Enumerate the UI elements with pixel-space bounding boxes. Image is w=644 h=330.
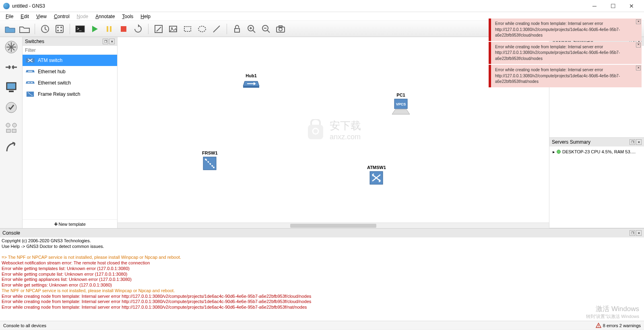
open-project-button[interactable] [19,23,31,35]
device-category-bar [0,37,23,228]
status-right[interactable]: 8 errors 2 warnings [596,323,641,328]
switches-panel-header: Switches ❐ ✕ [23,37,117,46]
node-atmsw1[interactable]: ATMSW1 [367,165,386,185]
svg-point-4 [57,30,59,31]
topology-canvas[interactable]: 安下载anxz.com Hub1 PC1 VPCS FRSW1 ATMSW1 [118,37,549,228]
recent-button[interactable] [39,23,51,35]
panel-undock-icon[interactable]: ❐ [103,39,108,44]
reload-button[interactable] [132,23,144,35]
svg-point-45 [213,167,215,168]
annotate-ellipse-button[interactable] [196,23,208,35]
svg-rect-1 [56,25,63,33]
svg-rect-36 [12,129,16,132]
annotate-image-button[interactable] [167,23,179,35]
all-devices-category-button[interactable] [3,119,20,136]
maximize-button[interactable]: ☐ [604,0,622,12]
svg-rect-14 [184,27,191,31]
warning-icon [596,323,601,328]
statusbar: Console to all devices 8 errors 2 warnin… [0,321,644,330]
annotate-rect-button[interactable] [182,23,194,35]
stop-button[interactable] [118,23,130,35]
security-devices-category-button[interactable] [3,99,20,116]
error-toasts: Error while creating node from template:… [489,19,642,87]
svg-point-40 [313,128,318,134]
menu-help[interactable]: Help [137,13,154,20]
status-bullet-icon [557,150,561,154]
toast-close-icon[interactable]: ✕ [636,19,641,24]
toast-close-icon[interactable]: ✕ [636,66,641,70]
frame-relay-icon [26,91,35,97]
svg-rect-17 [235,29,239,32]
close-button[interactable]: ✕ [622,0,641,12]
console-output[interactable]: Copyright (c) 2006-2020 GNS3 Technologie… [0,237,644,321]
svg-point-3 [60,27,62,28]
switches-list: ATM switch Ethernet hub Ethernet switch … [23,55,117,219]
panel-close-icon[interactable]: ✕ [636,139,642,145]
error-toast: Error while creating node from template:… [489,42,642,64]
switch-item-ethernet[interactable]: Ethernet switch [23,77,117,89]
panel-close-icon[interactable]: ✕ [109,39,115,44]
switch-item-framerelay[interactable]: Frame Relay switch [23,89,117,100]
panel-undock-icon[interactable]: ❐ [630,139,635,145]
switch-item-hub[interactable]: Ethernet hub [23,66,117,77]
menu-edit[interactable]: Edit [17,13,32,20]
ethernet-switch-icon [26,80,35,86]
pause-button[interactable] [103,23,115,35]
node-frsw1[interactable]: FRSW1 [202,151,218,171]
add-link-button[interactable] [3,139,20,156]
svg-point-44 [205,159,206,160]
atm-switch-icon [369,171,384,185]
status-left: Console to all devices [3,323,596,328]
node-hub1[interactable]: Hub1 [242,73,260,89]
ethernet-hub-icon [26,68,35,75]
svg-line-23 [267,30,270,33]
app-icon [3,3,10,9]
switch-item-atm[interactable]: ATM switch [23,55,117,66]
server-row[interactable]: ▸ DESKTOP-23 CPU 4.5%, RAM 53.… [553,148,641,155]
plus-icon: + [54,221,58,228]
atm-switch-icon [26,57,35,64]
error-toast: Error while creating node from template:… [489,19,642,41]
screenshot-button[interactable] [275,23,287,35]
snapshot-button[interactable] [54,23,66,35]
svg-point-33 [6,123,10,127]
svg-point-2 [57,27,59,28]
expand-icon[interactable]: ▸ [553,149,555,155]
lock-button[interactable] [231,23,243,35]
end-devices-category-button[interactable] [3,79,20,96]
svg-point-34 [12,123,17,127]
minimize-button[interactable]: ─ [585,0,604,12]
panel-close-icon[interactable]: ✕ [636,230,642,236]
menu-annotate[interactable]: Annotate [92,13,118,20]
start-button[interactable] [89,23,101,35]
vpcs-icon: VPCS [391,98,411,116]
zoom-in-button[interactable] [246,23,258,35]
routers-category-button[interactable] [3,39,20,56]
svg-point-15 [198,26,206,32]
menu-control[interactable]: Control [51,13,73,20]
menu-file[interactable]: File [2,13,17,20]
switches-filter-input[interactable] [23,46,117,55]
window-title: untitled - GNS3 [12,3,585,9]
node-pc1[interactable]: PC1 VPCS [391,93,411,116]
switches-category-button[interactable] [3,59,20,76]
new-project-button[interactable] [4,23,16,35]
svg-point-5 [60,30,62,31]
svg-line-16 [213,26,220,32]
svg-rect-30 [7,83,15,89]
annotate-line-button[interactable] [211,23,223,35]
menu-node: Node [74,13,92,20]
toast-close-icon[interactable]: ✕ [636,43,641,47]
zoom-out-button[interactable] [260,23,272,35]
menu-view[interactable]: View [33,13,50,20]
svg-rect-9 [110,26,111,32]
new-template-button[interactable]: + New template [23,219,117,228]
svg-rect-10 [121,26,126,32]
svg-rect-8 [107,26,108,32]
svg-point-48 [598,326,599,327]
console-button[interactable]: >_ [74,23,86,35]
annotate-note-button[interactable] [153,23,165,35]
menu-tools[interactable]: Tools [119,13,136,20]
canvas-horizontal-scrollbar[interactable] [118,223,549,228]
panel-undock-icon[interactable]: ❐ [630,230,635,236]
